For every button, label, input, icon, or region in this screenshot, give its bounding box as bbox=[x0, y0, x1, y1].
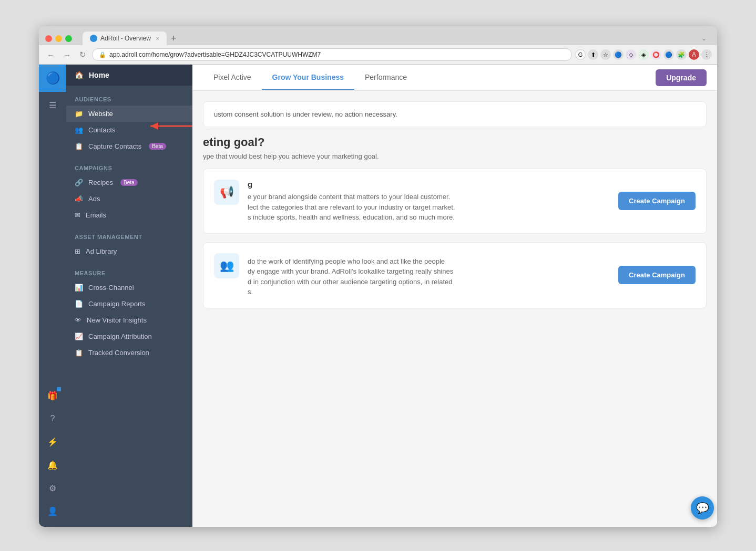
campaign-title-1: g bbox=[248, 180, 603, 189]
sidebar-item-conversion-label: Tracked Conversion bbox=[88, 349, 149, 357]
extension-icon-1[interactable]: 🔵 bbox=[613, 49, 624, 60]
extension-icon-4[interactable]: ⭕ bbox=[651, 49, 661, 60]
content-tab-bar: Pixel Active Grow Your Business Performa… bbox=[192, 65, 717, 91]
sidebar-narrow: 🔵 ☰ 🎁 ? ⚡ 🔔 ⚙ 👤 bbox=[39, 65, 66, 527]
maximize-button[interactable] bbox=[65, 35, 72, 42]
visitor-icon: 👁 bbox=[75, 316, 81, 324]
tab-pixel-active[interactable]: Pixel Active bbox=[203, 66, 262, 90]
campaign-desc-2: do the work of identifying people who lo… bbox=[248, 256, 603, 297]
campaign-card-2: 👥 do the work of identifying people who … bbox=[203, 242, 707, 308]
sidebar-item-campaign-reports[interactable]: 📄 Campaign Reports bbox=[66, 296, 192, 312]
address-text: app.adroll.com/home/grow?advertisable=GH… bbox=[109, 51, 321, 58]
ads-icon: 📣 bbox=[75, 195, 83, 203]
campaign-reports-icon: 📄 bbox=[75, 300, 83, 308]
sidebar-item-capture-contacts[interactable]: 📋 Capture Contacts Beta bbox=[66, 138, 192, 154]
sidebar-item-website-label: Website bbox=[88, 110, 113, 118]
tab-close-button[interactable]: × bbox=[156, 35, 159, 41]
sidebar-item-cross-label: Cross-Channel bbox=[88, 284, 134, 292]
audiences-title: AUDIENCES bbox=[66, 94, 192, 106]
user-nav-icon[interactable]: 👤 bbox=[42, 501, 63, 522]
logo[interactable]: 🔵 bbox=[39, 65, 66, 92]
menu-icon[interactable]: ⋮ bbox=[701, 49, 712, 60]
asset-section: ASSET MANAGEMENT ⊞ Ad Library bbox=[66, 232, 192, 259]
hamburger-menu[interactable]: ☰ bbox=[45, 96, 60, 115]
sidebar-item-ad-library-label: Ad Library bbox=[86, 247, 117, 255]
refresh-button[interactable]: ↻ bbox=[77, 49, 89, 60]
campaigns-section: CAMPAIGNS 🔗 Recipes Beta 📣 Ads ✉ Emails bbox=[66, 163, 192, 223]
sidebar-item-contacts[interactable]: 👥 Contacts bbox=[66, 122, 192, 138]
notice-text: ustom consent solution is under review, … bbox=[214, 110, 397, 118]
forward-button[interactable]: → bbox=[60, 49, 74, 60]
sidebar-home-item[interactable]: 🏠 Home bbox=[66, 65, 192, 86]
recipes-badge: Beta bbox=[120, 179, 138, 186]
page-heading-area: eting goal? ype that would best help you… bbox=[203, 136, 707, 160]
ad-library-icon: ⊞ bbox=[75, 247, 80, 255]
upgrade-button[interactable]: Upgrade bbox=[656, 69, 707, 86]
tab-title: AdRoll - Overview bbox=[100, 35, 151, 42]
sidebar-item-visitor-insights[interactable]: 👁 New Visitor Insights bbox=[66, 312, 192, 328]
emails-icon: ✉ bbox=[75, 211, 80, 219]
create-campaign-button-1[interactable]: Create Campaign bbox=[618, 192, 696, 210]
sidebar-item-contacts-label: Contacts bbox=[88, 126, 115, 134]
help-nav-icon[interactable]: ? bbox=[42, 408, 63, 429]
sidebar-item-website[interactable]: 📁 Website bbox=[66, 106, 192, 122]
sidebar-item-recipes-label: Recipes bbox=[88, 179, 113, 186]
extension-icon-5[interactable]: 🔵 bbox=[663, 49, 674, 60]
browser-tab[interactable]: AdRoll - Overview × bbox=[83, 32, 167, 45]
back-button[interactable]: ← bbox=[44, 49, 57, 60]
settings-nav-icon[interactable]: ⚙ bbox=[42, 477, 63, 498]
page-heading: eting goal? bbox=[203, 136, 707, 149]
lock-icon: 🔒 bbox=[99, 51, 106, 58]
lightning-nav-icon[interactable]: ⚡ bbox=[42, 431, 63, 452]
measure-section: MEASURE 📊 Cross-Channel 📄 Campaign Repor… bbox=[66, 268, 192, 361]
logo-icon: 🔵 bbox=[46, 71, 60, 85]
sidebar-item-attribution-label: Campaign Attribution bbox=[88, 332, 152, 340]
attribution-icon: 📈 bbox=[75, 332, 83, 340]
recipes-icon: 🔗 bbox=[75, 179, 83, 186]
website-icon: 📁 bbox=[75, 110, 83, 118]
capture-badge: Beta bbox=[149, 143, 166, 150]
chat-icon: 💬 bbox=[696, 502, 709, 514]
create-campaign-button-2[interactable]: Create Campaign bbox=[618, 266, 696, 284]
sidebar-item-campaign-attribution[interactable]: 📈 Campaign Attribution bbox=[66, 328, 192, 345]
tab-performance[interactable]: Performance bbox=[354, 66, 417, 90]
asset-title: ASSET MANAGEMENT bbox=[66, 232, 192, 243]
sidebar-item-recipes[interactable]: 🔗 Recipes Beta bbox=[66, 174, 192, 191]
capture-icon: 📋 bbox=[75, 142, 83, 150]
sidebar-item-emails[interactable]: ✉ Emails bbox=[66, 207, 192, 223]
bookmark-icon[interactable]: ☆ bbox=[600, 49, 611, 60]
sidebar-item-ads[interactable]: 📣 Ads bbox=[66, 191, 192, 207]
sidebar-item-cross-channel[interactable]: 📊 Cross-Channel bbox=[66, 279, 192, 296]
campaign-desc-1: e your brand alongside content that matt… bbox=[248, 192, 603, 223]
extension-icon-6[interactable]: 🧩 bbox=[676, 49, 687, 60]
minimize-button[interactable] bbox=[55, 35, 62, 42]
measure-title: MEASURE bbox=[66, 268, 192, 279]
sidebar-item-ads-label: Ads bbox=[88, 195, 100, 203]
bell-nav-icon[interactable]: 🔔 bbox=[42, 454, 63, 475]
campaigns-title: CAMPAIGNS bbox=[66, 163, 192, 174]
chat-widget[interactable]: 💬 bbox=[691, 496, 714, 519]
campaign-card-1: 📢 g e your brand alongside content that … bbox=[203, 169, 707, 234]
cross-channel-icon: 📊 bbox=[75, 284, 83, 292]
profile-icon[interactable]: A bbox=[689, 49, 699, 60]
contacts-icon: 👥 bbox=[75, 126, 83, 134]
content-area: ustom consent solution is under review, … bbox=[192, 91, 717, 527]
share-icon[interactable]: ⬆ bbox=[588, 49, 598, 60]
extension-icon-3[interactable]: ◈ bbox=[638, 49, 649, 60]
sidebar-item-tracked-conversion[interactable]: 📋 Tracked Conversion bbox=[66, 345, 192, 361]
sidebar-main: 🏠 Home AUDIENCES 📁 Website 👥 Contacts bbox=[66, 65, 192, 527]
tab-grow-your-business[interactable]: Grow Your Business bbox=[262, 66, 354, 90]
campaign-icon-1: 📢 bbox=[214, 180, 239, 205]
sidebar-item-ad-library[interactable]: ⊞ Ad Library bbox=[66, 243, 192, 259]
audiences-section: AUDIENCES 📁 Website 👥 Contacts 📋 Capture… bbox=[66, 94, 192, 154]
address-bar[interactable]: 🔒 app.adroll.com/home/grow?advertisable=… bbox=[92, 48, 572, 61]
sidebar-home-label: Home bbox=[89, 71, 109, 79]
campaign-icon-symbol-1: 📢 bbox=[220, 185, 234, 199]
new-tab-button[interactable]: + bbox=[169, 32, 179, 45]
google-icon[interactable]: G bbox=[575, 49, 586, 60]
campaign-body-2: do the work of identifying people who lo… bbox=[248, 253, 603, 297]
close-button[interactable] bbox=[45, 35, 52, 42]
gift-nav-icon[interactable]: 🎁 bbox=[42, 385, 63, 406]
sidebar-item-capture-label: Capture Contacts bbox=[88, 142, 141, 150]
extension-icon-2[interactable]: ◇ bbox=[626, 49, 636, 60]
